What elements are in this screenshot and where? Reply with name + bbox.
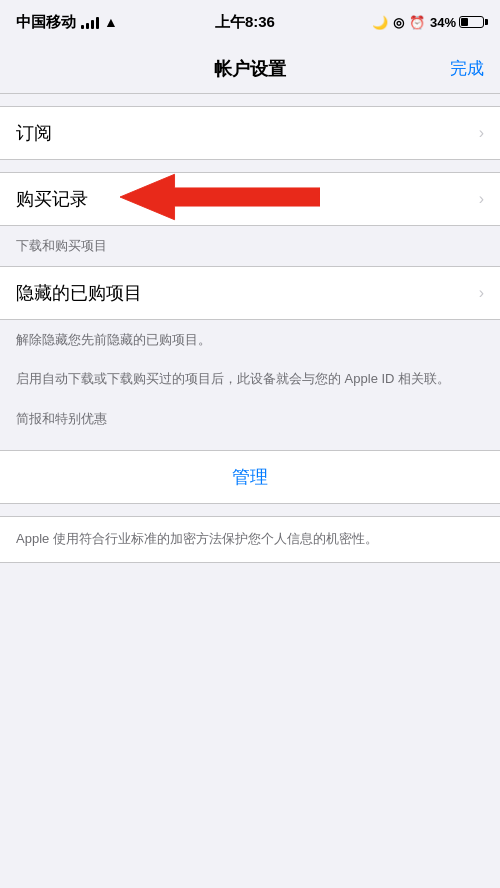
signal-bar-4	[96, 17, 99, 29]
manage-button[interactable]: 管理	[232, 465, 268, 489]
battery-fill	[461, 18, 468, 26]
signal-bars	[81, 15, 99, 29]
manage-section: 管理	[0, 450, 500, 504]
purchase-history-row[interactable]: 购买记录 ›	[0, 173, 500, 225]
hidden-items-chevron: ›	[479, 284, 484, 302]
signal-bar-1	[81, 25, 84, 29]
subscriptions-row[interactable]: 订阅 ›	[0, 107, 500, 159]
hidden-items-description: 解除隐藏您先前隐藏的已购项目。	[0, 320, 500, 360]
battery-container: 34%	[430, 15, 484, 30]
separator-1	[0, 160, 500, 172]
carrier-label: 中国移动	[16, 13, 76, 32]
purchase-history-section: 购买记录 ›	[0, 172, 500, 226]
location-icon: ◎	[393, 15, 404, 30]
download-description: 下载和购买项目	[0, 226, 500, 266]
battery-percent: 34%	[430, 15, 456, 30]
subscriptions-label: 订阅	[16, 121, 52, 145]
footer-section: Apple 使用符合行业标准的加密方法保护您个人信息的机密性。	[0, 516, 500, 563]
moon-icon: 🌙	[372, 15, 388, 30]
alarm-icon: ⏰	[409, 15, 425, 30]
status-left: 中国移动 ▲	[16, 13, 118, 32]
auto-download-description: 启用自动下载或下载购买过的项目后，此设备就会与您的 Apple ID 相关联。	[0, 359, 500, 399]
hidden-items-section: 隐藏的已购项目 ›	[0, 266, 500, 320]
newsletter-label: 简报和特别优惠	[0, 399, 500, 439]
subscriptions-chevron: ›	[479, 124, 484, 142]
status-right: 🌙 ◎ ⏰ 34%	[372, 15, 484, 30]
done-button[interactable]: 完成	[450, 57, 484, 80]
signal-bar-2	[86, 23, 89, 29]
footer-text: Apple 使用符合行业标准的加密方法保护您个人信息的机密性。	[16, 531, 378, 546]
top-separator	[0, 94, 500, 106]
purchase-history-label: 购买记录	[16, 187, 88, 211]
battery-icon	[459, 16, 484, 28]
hidden-items-row[interactable]: 隐藏的已购项目 ›	[0, 267, 500, 319]
purchase-history-chevron: ›	[479, 190, 484, 208]
subscriptions-section: 订阅 ›	[0, 106, 500, 160]
status-time: 上午8:36	[215, 13, 275, 32]
separator-2	[0, 438, 500, 450]
page-title: 帐户设置	[214, 57, 286, 81]
hidden-items-label: 隐藏的已购项目	[16, 281, 142, 305]
status-bar: 中国移动 ▲ 上午8:36 🌙 ◎ ⏰ 34%	[0, 0, 500, 44]
signal-bar-3	[91, 20, 94, 29]
wifi-icon: ▲	[104, 14, 118, 30]
nav-bar: 帐户设置 完成	[0, 44, 500, 94]
separator-3	[0, 504, 500, 516]
